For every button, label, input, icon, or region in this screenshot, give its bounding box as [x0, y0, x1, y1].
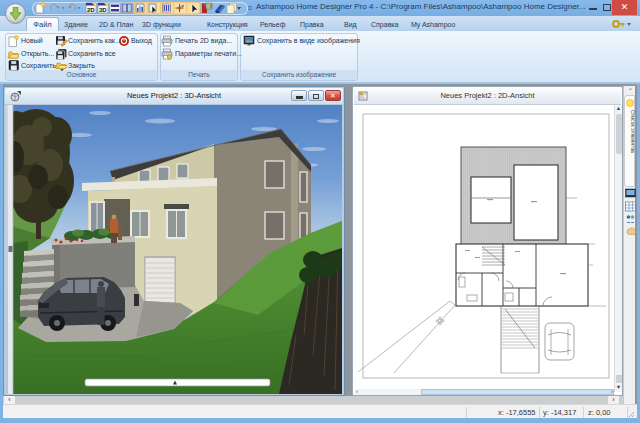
svg-text:2D: 2D: [87, 7, 95, 13]
svg-text:3D: 3D: [99, 7, 107, 13]
